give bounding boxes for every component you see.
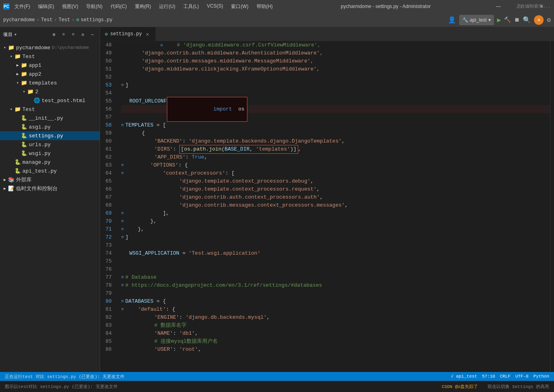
fold-icon-77[interactable]: ⊖ — [121, 273, 124, 281]
collapse-all-button[interactable]: ≡ — [60, 30, 68, 38]
fold-icon-48[interactable]: ⊖ — [161, 43, 163, 48]
code-text: # Database — [125, 273, 157, 281]
bottom-bar: 图示以test对比 settings.py (已更改): 无更改文件 CSDN … — [0, 381, 554, 392]
tree-item-app1[interactable]: ▶ 📁 app1 — [0, 61, 100, 70]
search-icon[interactable]: 🔍 — [523, 16, 531, 24]
locate-file-button[interactable]: ⊕ — [50, 30, 58, 38]
python-file-icon: 🐍 — [21, 141, 27, 148]
tree-item-pycharmdome[interactable]: ▾ 📁 pycharmdome D:\pycharmdome — [0, 43, 100, 52]
tree-item-app2[interactable]: ▶ 📁 app2 — [0, 70, 100, 78]
build-icon[interactable]: 🔨 — [504, 16, 511, 23]
tree-item-manage-py[interactable]: 🐍 manage.py — [0, 158, 100, 167]
breadcrumb-root[interactable]: pycharmdome — [3, 17, 35, 23]
fold-icon-58[interactable]: ⊖ — [121, 121, 124, 129]
line-num: 85 — [100, 338, 115, 346]
tab-bar: ⚙ settings.py ✕ 正在编制索引... — [100, 27, 554, 41]
tree-item-test-folder[interactable]: ▾ 📁 Test — [0, 52, 100, 61]
sidebar-title: 项目 — [3, 32, 12, 38]
folder-icon: 📁 — [8, 44, 14, 51]
tree-item-scratch[interactable]: ▶ 📝 临时文件和控制台 — [0, 184, 100, 193]
menu-refactor[interactable]: 重构(R) — [133, 2, 153, 11]
tree-item-init-py[interactable]: 🐍 __init__.py — [0, 114, 100, 123]
tree-label: api_test.py — [22, 168, 57, 174]
tree-item-folder-2[interactable]: ▾ 📁 2 — [0, 87, 100, 96]
line-num: 55 — [100, 97, 115, 105]
breadcrumb-test2[interactable]: Test — [58, 17, 70, 23]
tree-item-external-libs[interactable]: ▶ 📚 外部库 — [0, 175, 100, 184]
breadcrumb-file[interactable]: ⚙ — [76, 17, 79, 23]
menu-code[interactable]: 代码(C) — [109, 2, 128, 11]
stop-icon[interactable]: ⏹ — [514, 17, 520, 23]
fold-icon-53[interactable]: ⊖ — [121, 81, 124, 89]
code-line-51: 'django.middleware.clickjacking.XFrameOp… — [121, 65, 554, 73]
collapse-dirs-button[interactable]: ≡ — [69, 30, 77, 38]
menu-vcs[interactable]: VCS(S) — [205, 2, 225, 11]
tree-label: test_post.html — [42, 98, 85, 104]
fold-icon-69[interactable]: ⊖ — [121, 209, 124, 217]
tree-item-templates[interactable]: ▾ 📁 templates — [0, 78, 100, 87]
title-bar: PC 文件(F) 编辑(E) 视图(V) 导航(N) 代码(C) 重构(R) 运… — [0, 0, 554, 13]
tab-settings-py[interactable]: ⚙ settings.py ✕ — [100, 27, 156, 41]
tree-item-settings-py[interactable]: 🐍 settings.py — [0, 131, 100, 140]
fold-icon-70[interactable]: ⊖ — [121, 217, 124, 225]
git-branch[interactable]: √ api_test — [451, 374, 477, 379]
tree-item-test-post-html[interactable]: 🌐 test_post.html — [0, 96, 100, 105]
scrollbar-track[interactable] — [550, 41, 554, 372]
menu-nav[interactable]: 导航(N) — [84, 2, 104, 11]
tree-label: pycharmdome — [16, 45, 50, 51]
close-sidebar-button[interactable]: — — [88, 30, 96, 38]
fold-icon-78[interactable]: ⊖ — [121, 281, 124, 289]
sidebar-toolbar[interactable]: ⊕ ≡ ≡ ⚙ — — [50, 30, 96, 38]
user-icon[interactable]: 👤 — [448, 16, 456, 24]
file-type[interactable]: Python — [533, 374, 549, 379]
fold-icon-71[interactable]: ⊖ — [121, 225, 124, 233]
profile-button[interactable]: 🔧 api_test ▾ — [459, 15, 494, 25]
line-num: 66 — [100, 185, 115, 193]
tree-item-asgi-py[interactable]: 🐍 asgi.py — [0, 123, 100, 131]
settings-icon[interactable]: ⚙ — [547, 16, 551, 24]
fold-icon-72[interactable]: ⊖ — [121, 233, 124, 241]
line-num: 81 — [100, 306, 115, 314]
line-sep[interactable]: CRLF — [500, 374, 510, 379]
tree-label: app1 — [29, 62, 41, 68]
folder-icon: 📁 — [14, 106, 21, 113]
python-file-icon: 🐍 — [21, 133, 27, 139]
menu-window[interactable]: 窗口(W) — [229, 2, 250, 11]
tree-item-urls-py[interactable]: 🐍 urls.py — [0, 140, 100, 149]
menu-run[interactable]: 运行(U) — [157, 2, 177, 11]
code-line-68: 'django.contrib.messages.context_process… — [121, 201, 554, 209]
tree-item-test-inner[interactable]: ▾ 📁 Test — [0, 105, 100, 114]
line-num: 86 — [100, 346, 115, 354]
tree-item-api-test-py[interactable]: 🐍 api_test.py — [0, 167, 100, 175]
breadcrumb-filename[interactable]: settings.py — [81, 17, 112, 23]
tree-item-wsgi-py[interactable]: 🐍 wsgi.py — [0, 149, 100, 158]
tree-label: Test — [22, 107, 35, 113]
sidebar-settings-button[interactable]: ⚙ — [79, 30, 87, 38]
menu-help[interactable]: 帮助(H) — [255, 2, 275, 11]
profile-label: api_test — [470, 17, 487, 23]
fold-icon-63[interactable]: ⊖ — [121, 161, 124, 169]
tab-close-button[interactable]: ✕ — [144, 31, 151, 37]
menu-view[interactable]: 视图(V) — [60, 2, 80, 11]
line-num: 61 — [100, 145, 115, 153]
line-num: 54 — [100, 89, 115, 97]
avatar[interactable]: A — [534, 15, 544, 25]
menu-file[interactable]: 文件(F) — [13, 2, 32, 11]
folder-icon: 📁 — [14, 53, 21, 60]
menu-edit[interactable]: 编辑(E) — [36, 2, 56, 11]
code-text: 'django.template.context_processors.requ… — [129, 185, 320, 193]
encoding[interactable]: UTF-8 — [515, 374, 528, 379]
fold-icon-81[interactable]: ⊖ — [121, 306, 124, 314]
fold-icon-80[interactable]: ⊖ — [121, 298, 124, 306]
code-content[interactable]: ⊖ # 'django.middleware.csrf.CsrfViewMidd… — [118, 41, 554, 372]
tree-label: 临时文件和控制台 — [16, 185, 58, 192]
code-line-73 — [121, 241, 554, 249]
minimize-button[interactable]: — — [489, 0, 508, 13]
breadcrumb-test1[interactable]: Test — [41, 17, 52, 23]
menu-tools[interactable]: 工具(L) — [182, 2, 201, 11]
expand-arrow-icon: ▾ — [8, 53, 14, 60]
run-icon[interactable]: ▶ — [497, 16, 501, 24]
menu-bar[interactable]: 文件(F) 编辑(E) 视图(V) 导航(N) 代码(C) 重构(R) 运行(U… — [13, 2, 274, 11]
expand-arrow-icon: ▾ — [21, 88, 27, 95]
fold-icon-64[interactable]: ⊖ — [121, 169, 124, 177]
